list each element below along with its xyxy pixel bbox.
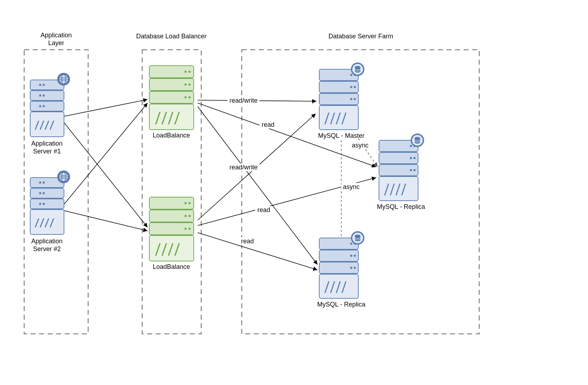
node-mysql-master: MySQL - Master — [318, 63, 364, 139]
edge-app1-lb2 — [60, 117, 148, 227]
svg-point-122 — [354, 255, 356, 257]
svg-rect-69 — [149, 223, 194, 235]
svg-point-25 — [39, 105, 41, 107]
node-label: Server #2 — [33, 245, 61, 253]
node-label: LoadBalance — [153, 132, 190, 139]
node-app-server-2: Application Server #2 — [30, 170, 70, 253]
svg-text:read/write: read/write — [229, 97, 257, 104]
svg-point-89 — [350, 98, 352, 100]
svg-point-105 — [413, 157, 416, 159]
svg-text:read: read — [241, 238, 254, 245]
svg-point-73 — [185, 215, 187, 217]
svg-rect-68 — [149, 210, 194, 222]
svg-point-44 — [43, 203, 45, 205]
svg-rect-55 — [149, 91, 194, 103]
svg-point-119 — [350, 243, 352, 245]
node-label: Application — [31, 238, 63, 245]
svg-point-107 — [413, 169, 416, 171]
node-label: MySQL - Master — [318, 132, 364, 139]
svg-point-123 — [350, 267, 352, 269]
edge-label-rw2: read/write — [228, 163, 260, 171]
edge-label-read1: read — [260, 121, 277, 129]
svg-point-106 — [410, 169, 412, 171]
svg-rect-53 — [149, 66, 194, 78]
svg-point-23 — [39, 94, 41, 97]
edge-app2-lb1 — [60, 103, 148, 210]
architecture-diagram: Application Layer Database Load Balancer… — [0, 0, 588, 385]
svg-point-74 — [188, 215, 191, 217]
edge-label-async1: async — [350, 141, 370, 149]
svg-rect-36 — [30, 188, 64, 198]
node-app-server-1: Application Server #1 — [30, 73, 70, 155]
svg-rect-18 — [30, 91, 64, 101]
svg-point-124 — [354, 267, 356, 269]
svg-point-85 — [350, 74, 352, 76]
svg-point-121 — [350, 255, 352, 257]
group-app-title-l1: Application — [41, 32, 72, 39]
svg-rect-19 — [30, 101, 64, 111]
server-icon — [30, 80, 64, 137]
globe-icon — [57, 170, 70, 183]
svg-rect-100 — [379, 164, 418, 176]
svg-rect-2 — [242, 50, 479, 334]
edge-app2-lb2 — [60, 210, 148, 231]
svg-point-61 — [185, 96, 187, 98]
server-icon — [319, 238, 358, 298]
svg-point-22 — [43, 84, 45, 86]
database-icon — [351, 231, 364, 245]
node-mysql-replica-1: MySQL - Replica — [377, 134, 425, 210]
edge-lb1-replica2 — [198, 107, 317, 265]
svg-point-62 — [188, 96, 191, 98]
svg-point-90 — [354, 98, 356, 100]
svg-point-104 — [410, 157, 412, 159]
svg-text:read: read — [257, 206, 270, 213]
svg-point-24 — [43, 94, 45, 97]
svg-point-58 — [188, 71, 191, 73]
server-icon — [30, 178, 64, 234]
svg-point-40 — [43, 181, 45, 184]
svg-point-26 — [43, 105, 45, 107]
server-icon — [149, 197, 194, 261]
node-label: LoadBalance — [153, 263, 190, 270]
svg-rect-83 — [319, 93, 358, 105]
database-icon — [351, 63, 364, 76]
server-icon — [149, 66, 194, 130]
edge-label-rw1: read/write — [228, 97, 260, 104]
group-farm-title: Database Server Farm — [328, 33, 393, 40]
svg-text:read: read — [262, 121, 274, 128]
server-icon — [379, 140, 418, 201]
svg-rect-116 — [319, 250, 358, 261]
svg-rect-67 — [149, 197, 194, 209]
svg-text:read/write: read/write — [229, 164, 257, 171]
svg-rect-99 — [379, 152, 418, 164]
node-label: MySQL - Replica — [317, 301, 365, 308]
svg-point-21 — [39, 84, 41, 86]
svg-rect-82 — [319, 81, 358, 93]
svg-point-43 — [39, 203, 41, 205]
svg-point-71 — [185, 202, 187, 204]
edge-lb2-replica2 — [198, 233, 317, 270]
svg-point-76 — [188, 228, 191, 230]
svg-point-87 — [350, 86, 352, 88]
svg-point-42 — [43, 192, 45, 194]
svg-rect-54 — [149, 78, 194, 91]
svg-point-88 — [354, 86, 356, 88]
node-label: Application — [31, 140, 63, 147]
svg-point-39 — [39, 181, 41, 184]
svg-point-57 — [185, 71, 187, 73]
svg-point-102 — [410, 145, 412, 147]
group-app-title-l2: Layer — [48, 39, 64, 47]
server-icon — [319, 69, 358, 130]
svg-point-72 — [188, 202, 191, 204]
svg-text:async: async — [352, 142, 368, 149]
edge-label-read3: read — [239, 237, 256, 245]
node-loadbalance-1: LoadBalance — [149, 66, 194, 139]
globe-icon — [57, 73, 70, 86]
edge-label-async2: async — [341, 183, 361, 191]
node-label: MySQL - Replica — [377, 203, 425, 210]
svg-point-41 — [39, 192, 41, 194]
svg-point-60 — [188, 83, 191, 86]
svg-point-75 — [185, 228, 187, 230]
svg-rect-117 — [319, 262, 358, 273]
node-loadbalance-2: LoadBalance — [149, 197, 194, 270]
